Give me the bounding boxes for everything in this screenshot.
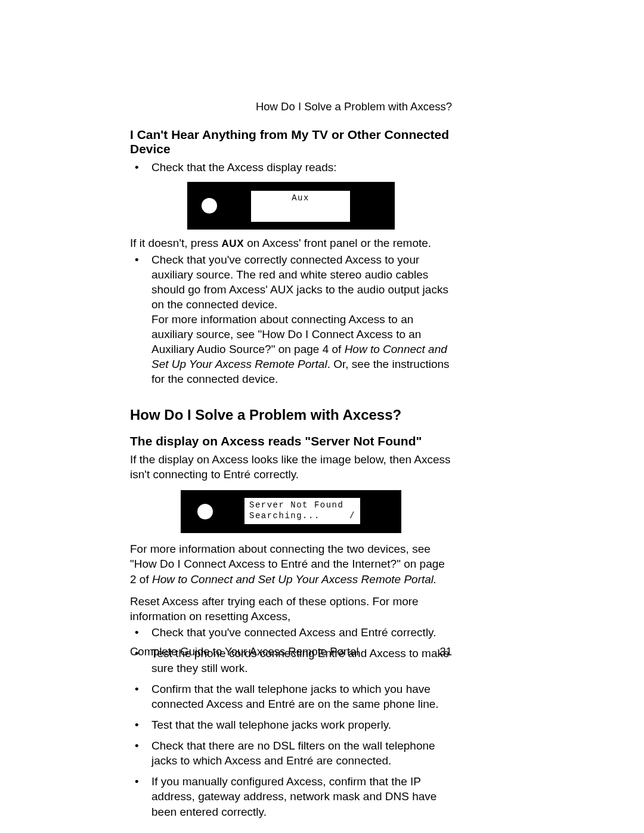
list-item: Confirm that the wall telephone jacks to… — [130, 682, 452, 711]
list-item: Check that you've correctly connected Ax… — [130, 252, 452, 387]
list-item: Check that there are no DSL filters on t… — [130, 738, 452, 768]
aux-label: AUX — [222, 238, 244, 249]
axcess-display-server-not-found: Server Not Found Searching... / — [181, 490, 401, 533]
subheading-server-not-found: The display on Axcess reads "Server Not … — [130, 434, 452, 448]
display-screen: Aux — [250, 190, 351, 222]
list-item: If you manually configured Axcess, confi… — [130, 774, 452, 819]
knob-icon — [197, 504, 213, 519]
running-header: How Do I Solve a Problem with Axcess? — [130, 100, 452, 113]
display-screen: Server Not Found Searching... / — [244, 497, 361, 525]
text: Searching... — [249, 511, 320, 522]
paragraph: If it doesn't, press AUX on Axcess' fron… — [130, 236, 452, 250]
doc-title-reference: How to Connect and Set Up Your Axcess Re… — [152, 573, 436, 586]
list-item: Test that the wall telephone jacks work … — [130, 717, 452, 732]
bullet-list-a1: Check that the Axcess display reads: — [130, 160, 452, 175]
knob-icon — [202, 198, 217, 213]
display-text: Aux — [251, 191, 350, 204]
content-column: How Do I Solve a Problem with Axcess? I … — [130, 100, 452, 825]
spinner-char: / — [349, 511, 355, 522]
list-item: Check that the Axcess display reads: — [130, 160, 452, 175]
paragraph: For more information about connecting th… — [130, 541, 452, 586]
heading-cant-hear: I Can't Hear Anything from My TV or Othe… — [130, 128, 452, 156]
text: on Axcess' front panel or the remote. — [244, 237, 431, 249]
heading-solve-problem: How Do I Solve a Problem with Axcess? — [130, 407, 452, 423]
axcess-display-aux: Aux — [187, 182, 395, 230]
page-number: 31 — [439, 645, 452, 658]
footer-title: Complete Guide to Your Axcess Remote Por… — [130, 645, 359, 658]
text: Check that you've correctly connected Ax… — [151, 253, 448, 311]
text: If it doesn't, press — [130, 237, 222, 249]
list-item: Check that you've connected Axcess and E… — [130, 625, 452, 640]
page-footer: Complete Guide to Your Axcess Remote Por… — [130, 645, 452, 658]
display-line-1: Server Not Found — [249, 500, 355, 511]
document-page: How Do I Solve a Problem with Axcess? I … — [0, 0, 644, 833]
paragraph: If the display on Axcess looks like the … — [130, 452, 452, 482]
display-line-2: Searching... / — [249, 511, 355, 522]
paragraph: Reset Axcess after trying each of these … — [130, 594, 452, 624]
bullet-list-a2: Check that you've correctly connected Ax… — [130, 252, 452, 387]
